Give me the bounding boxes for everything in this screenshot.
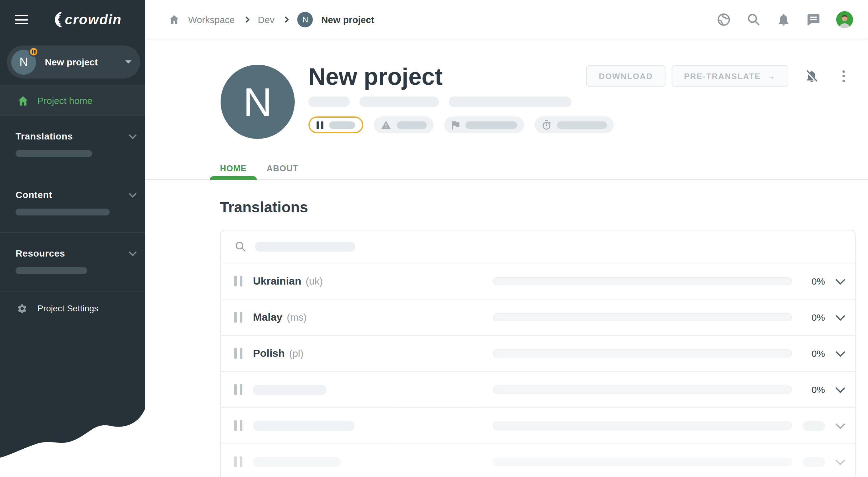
language-code: (uk) [306, 276, 323, 287]
crowdin-logo-mark [44, 11, 63, 28]
more-options-icon[interactable] [841, 69, 846, 83]
tab-about[interactable]: ABOUT [257, 161, 308, 180]
language-row-polish[interactable]: Polish (pl) 0% [221, 335, 855, 371]
sidebar-section-header-content[interactable]: Content [0, 189, 145, 200]
drag-handle-icon[interactable] [234, 312, 242, 322]
issues-badge[interactable] [374, 116, 433, 133]
translations-card: Ukrainian (uk) 0% Malay (ms) 0% Polish (… [220, 230, 856, 477]
drag-handle-icon[interactable] [234, 384, 242, 395]
bell-icon[interactable] [776, 12, 791, 27]
language-name-skeleton [253, 421, 354, 431]
sidebar: crowdin N New project Project home Trans… [0, 0, 145, 477]
language-row-malay[interactable]: Malay (ms) 0% [221, 299, 855, 335]
project-switcher[interactable]: N New project [7, 45, 140, 78]
project-status-badges [308, 116, 614, 133]
mute-notifications-icon[interactable] [804, 69, 819, 83]
translations-section-title: Translations [220, 199, 868, 216]
tab-home[interactable]: HOME [210, 161, 257, 180]
sidebar-section-header-resources[interactable]: Resources [0, 248, 145, 259]
user-avatar[interactable] [836, 11, 853, 28]
section-label: Content [16, 189, 52, 200]
paused-status-badge-icon [29, 47, 39, 57]
search-icon[interactable] [746, 12, 761, 27]
flag-icon [451, 120, 460, 130]
sidebar-section-header-translations[interactable]: Translations [0, 131, 145, 141]
project-meta-skeletons [308, 97, 614, 107]
caret-down-icon [125, 60, 131, 64]
language-row-loading[interactable] [221, 443, 855, 477]
project-switcher-name: New project [45, 57, 98, 67]
hamburger-menu-icon[interactable] [15, 15, 28, 25]
language-code: (pl) [289, 348, 304, 359]
language-name-skeleton [253, 457, 341, 467]
skeleton [465, 121, 517, 129]
language-row-loading[interactable] [221, 407, 855, 443]
chevron-down-icon[interactable] [836, 419, 845, 429]
pre-translate-button[interactable]: PRE-TRANSLATE → [672, 65, 788, 87]
search-icon [234, 240, 247, 253]
chevron-down-icon[interactable] [836, 311, 845, 321]
language-code: (ms) [287, 312, 307, 323]
skeleton [329, 121, 355, 129]
language-search-input[interactable] [221, 230, 855, 263]
sidebar-item-project-settings[interactable]: Project Settings [0, 295, 145, 321]
tabs: HOME ABOUT [210, 161, 868, 180]
chevron-right-icon [283, 16, 289, 23]
drag-handle-icon[interactable] [234, 348, 242, 359]
chevron-down-icon[interactable] [836, 383, 845, 393]
skeleton [308, 97, 349, 107]
progress-bar [493, 421, 792, 430]
progress-percent: 0% [800, 276, 825, 286]
crowdin-logo[interactable]: crowdin [44, 11, 122, 28]
project-avatar-large: N [221, 65, 295, 139]
breadcrumb: Workspace Dev N New project [168, 11, 374, 27]
sidebar-bottom-wave [0, 402, 145, 477]
chevron-down-icon [129, 248, 136, 256]
drag-handle-icon[interactable] [234, 420, 242, 431]
progress-percent-skeleton [803, 457, 825, 467]
chevron-down-icon[interactable] [836, 347, 845, 357]
drag-handle-icon[interactable] [234, 456, 242, 467]
skeleton [255, 242, 355, 251]
crowdin-app: crowdin N New project Project home Trans… [0, 0, 868, 477]
stopwatch-icon [541, 120, 551, 130]
language-row-ukrainian[interactable]: Ukrainian (uk) 0% [221, 263, 855, 299]
sidebar-section-content: Content [0, 174, 145, 233]
project-title-block: New project [308, 64, 614, 133]
sidebar-item-project-home[interactable]: Project home [0, 85, 145, 116]
chat-icon[interactable] [806, 12, 820, 27]
section-label: Translations [16, 131, 73, 141]
drag-handle-icon[interactable] [234, 276, 242, 286]
activity-badge[interactable] [534, 116, 614, 133]
chevron-down-icon[interactable] [836, 455, 845, 465]
home-icon[interactable] [168, 13, 180, 25]
language-name: Polish [253, 347, 285, 360]
main-content: N New project [145, 39, 868, 477]
chevron-down-icon [129, 190, 136, 197]
tabs-bar: HOME ABOUT [145, 161, 868, 180]
goal-badge[interactable] [444, 116, 524, 133]
chevron-down-icon [129, 131, 136, 139]
paused-badge[interactable] [308, 116, 363, 133]
gear-icon [17, 303, 27, 313]
topbar-icons [717, 11, 853, 28]
globe-icon[interactable] [717, 12, 731, 27]
warning-icon [380, 120, 391, 130]
chevron-down-icon[interactable] [836, 275, 845, 284]
crowdin-logo-text: crowdin [65, 11, 122, 28]
breadcrumb-group[interactable]: Dev [258, 14, 275, 25]
language-name: Malay [253, 311, 283, 323]
progress-bar [493, 277, 792, 285]
sidebar-skeleton [16, 150, 92, 157]
sidebar-item-label: Project home [37, 95, 93, 106]
breadcrumb-workspace[interactable]: Workspace [188, 14, 235, 25]
sidebar-skeleton [16, 209, 110, 215]
pause-icon [316, 121, 323, 129]
skeleton [360, 97, 439, 107]
page-title: New project [308, 64, 614, 89]
download-button[interactable]: DOWNLOAD [586, 65, 665, 87]
language-row-loading[interactable]: 0% [221, 371, 855, 407]
sidebar-item-label: Project Settings [37, 303, 98, 313]
progress-percent: 0% [800, 312, 825, 322]
skeleton [448, 97, 571, 107]
